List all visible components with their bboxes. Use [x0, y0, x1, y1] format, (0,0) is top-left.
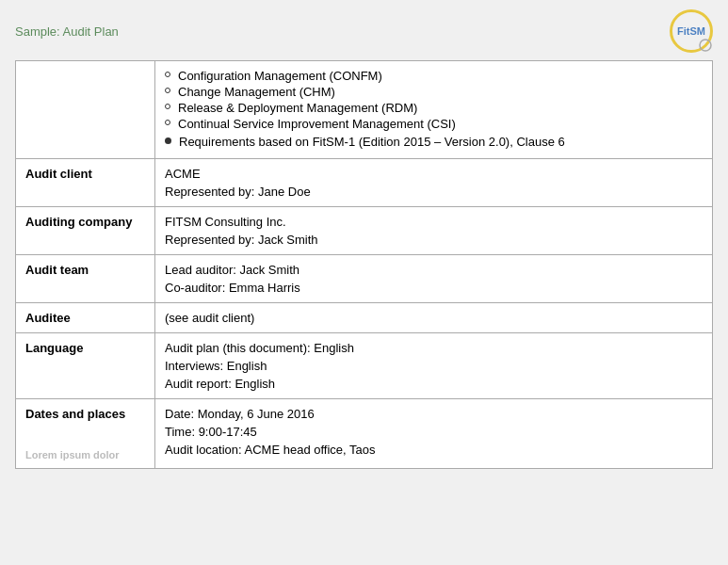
table-row: Audit team Lead auditor: Jack Smith Co-a… [16, 255, 713, 303]
bullet-circle-icon [165, 120, 170, 125]
label-cell-language: Language [16, 333, 155, 399]
content-cell-dates-places: Date: Monday, 6 June 2016 Time: 9:00-17:… [155, 399, 713, 469]
bullet-dot-icon [165, 137, 171, 144]
header: Sample: Audit Plan FitSM [0, 0, 728, 60]
list-item: Continual Service Improvement Management… [165, 117, 703, 131]
content-cell-audit-client: ACME Represented by: Jane Doe [155, 159, 713, 207]
circle-bullet-list: Configuration Management (CONFM) Change … [165, 69, 703, 131]
label-cell-audit-team: Audit team [16, 255, 155, 303]
table-row: Dates and places Lorem ipsum dolor Date:… [16, 399, 713, 469]
gear-icon [699, 39, 712, 52]
content-cell-auditee: (see audit client) [155, 303, 713, 333]
label-cell-audit-client: Audit client [16, 159, 155, 207]
page-title: Sample: Audit Plan [15, 24, 119, 39]
list-item: Requirements based on FitSM-1 (Edition 2… [165, 135, 703, 149]
content-cell-language: Audit plan (this document): English Inte… [155, 333, 713, 399]
audit-table: Configuration Management (CONFM) Change … [15, 60, 713, 469]
content-cell-1: Configuration Management (CONFM) Change … [155, 61, 713, 159]
label-cell-auditing-company: Auditing company [16, 207, 155, 255]
audit-table-wrapper: Configuration Management (CONFM) Change … [0, 60, 728, 469]
page-container: Sample: Audit Plan FitSM Configuration M… [0, 0, 728, 565]
list-item: Release & Deployment Management (RDM) [165, 101, 703, 115]
table-row: Auditing company FITSM Consulting Inc. R… [16, 207, 713, 255]
list-item: Configuration Management (CONFM) [165, 69, 703, 83]
content-cell-auditing-company: FITSM Consulting Inc. Represented by: Ja… [155, 207, 713, 255]
label-cell-dates-places: Dates and places Lorem ipsum dolor [16, 399, 155, 469]
content-cell-audit-team: Lead auditor: Jack Smith Co-auditor: Emm… [155, 255, 713, 303]
table-row: Auditee (see audit client) [16, 303, 713, 333]
svg-point-0 [700, 40, 711, 51]
bullet-circle-icon [165, 72, 170, 77]
label-cell-auditee: Auditee [16, 303, 155, 333]
table-row: Configuration Management (CONFM) Change … [16, 61, 713, 159]
list-item: Change Management (CHM) [165, 85, 703, 99]
bullet-circle-icon [165, 88, 170, 93]
table-row: Audit client ACME Represented by: Jane D… [16, 159, 713, 207]
label-cell-1 [16, 61, 155, 159]
bullet-circle-icon [165, 104, 170, 109]
fitsm-logo: FitSM [670, 9, 713, 53]
dot-bullet-list: Requirements based on FitSM-1 (Edition 2… [165, 135, 703, 149]
table-row: Language Audit plan (this document): Eng… [16, 333, 713, 399]
